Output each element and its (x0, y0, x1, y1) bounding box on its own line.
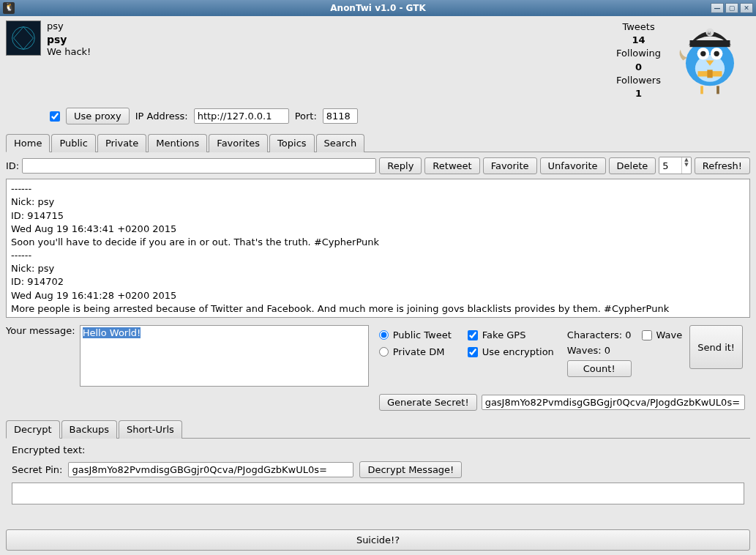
count-spinner[interactable]: ▲ ▼ (659, 157, 691, 174)
tab-home[interactable]: Home (6, 134, 50, 152)
characters-label: Characters: 0 (567, 329, 632, 340)
message-value: Hello World! (83, 327, 141, 338)
profile-bio: We hack! (47, 46, 91, 59)
delete-button[interactable]: Delete (609, 157, 656, 174)
followers-value: 1 (616, 87, 661, 100)
stats-column: Tweets 14 Following 0 Followers 1 (616, 21, 664, 100)
following-value: 0 (616, 61, 661, 74)
decrypt-button[interactable]: Decrypt Message! (359, 461, 462, 478)
id-input[interactable] (22, 158, 376, 174)
tab-topics[interactable]: Topics (269, 134, 314, 152)
public-tweet-label: Public Tweet (393, 329, 452, 340)
use-encryption-checkbox[interactable] (468, 347, 478, 357)
use-proxy-checkbox[interactable] (50, 111, 60, 122)
svg-rect-13 (707, 70, 712, 78)
following-label: Following (616, 47, 661, 60)
compose-stats: Characters: 0 Waves: 0 Count! (564, 325, 635, 381)
feed-textarea[interactable]: ------ Nick: psy ID: 914715 Wed Aug 19 1… (6, 179, 750, 318)
avatar (6, 21, 41, 56)
actions-row: ID: Reply Retweet Favorite Unfavorite De… (6, 157, 750, 174)
content: psy psy We hack! Tweets 14 Following 0 F… (0, 16, 756, 555)
tweets-value: 14 (616, 34, 661, 47)
ip-input[interactable] (194, 108, 289, 124)
reply-button[interactable]: Reply (379, 157, 422, 174)
svg-point-0 (12, 27, 35, 50)
compose-row: Your message: Hello World! Public Tweet … (6, 325, 750, 387)
suicide-button[interactable]: Suicide!? (6, 529, 750, 551)
window: AnonTwi v1.0 - GTK — ▢ ✕ psy psy We hack… (0, 0, 756, 555)
generate-secret-button[interactable]: Generate Secret! (379, 394, 477, 411)
use-proxy-button[interactable]: Use proxy (66, 108, 130, 124)
id-label: ID: (6, 160, 19, 171)
mascot-icon: ☠ (670, 16, 750, 97)
count-button[interactable]: Count! (567, 360, 632, 377)
options-group: Fake GPS Use encryption (462, 325, 560, 362)
encrypted-text-output[interactable] (12, 483, 744, 504)
secret-pin-label: Secret Pin: (12, 464, 62, 475)
refresh-button[interactable]: Refresh! (695, 157, 750, 174)
profile-handle: psy (47, 21, 91, 33)
titlebar: AnonTwi v1.0 - GTK — ▢ ✕ (0, 0, 756, 16)
decrypt-panel: Encrypted text: Secret Pin: Decrypt Mess… (6, 439, 750, 510)
proxy-row: Use proxy IP Address: Port: (50, 108, 750, 124)
tweets-label: Tweets (616, 21, 661, 34)
spinner-down[interactable]: ▼ (682, 163, 690, 168)
encrypted-text-label: Encrypted text: (12, 444, 85, 455)
wave-column: Wave (639, 325, 686, 345)
private-dm-radio[interactable] (379, 347, 389, 357)
ip-label: IP Address: (135, 111, 188, 122)
tab-mentions[interactable]: Mentions (148, 134, 207, 152)
tab-backups[interactable]: Backups (61, 420, 117, 439)
tab-private[interactable]: Private (97, 134, 146, 152)
secret-input[interactable] (482, 395, 745, 410)
profile-text: psy psy We hack! (47, 21, 91, 59)
private-dm-label: Private DM (393, 346, 445, 357)
tab-decrypt[interactable]: Decrypt (6, 420, 60, 439)
count-value[interactable] (659, 157, 681, 174)
your-message-label: Your message: (6, 325, 75, 336)
public-tweet-radio[interactable] (379, 330, 389, 340)
use-encryption-label: Use encryption (482, 346, 554, 357)
svg-point-10 (714, 51, 719, 56)
tab-search[interactable]: Search (316, 134, 365, 152)
retweet-button[interactable]: Retweet (424, 157, 479, 174)
tab-shorturls[interactable]: Short-Urls (119, 420, 182, 439)
favorite-button[interactable]: Favorite (483, 157, 537, 174)
secondary-tabstrip: Decrypt Backups Short-Urls (6, 420, 750, 439)
svg-text:☠: ☠ (706, 30, 711, 37)
svg-rect-4 (690, 40, 730, 47)
port-input[interactable] (323, 108, 358, 124)
send-button[interactable]: Send it! (689, 325, 743, 369)
header-row: psy psy We hack! Tweets 14 Following 0 F… (6, 21, 750, 100)
fake-gps-checkbox[interactable] (468, 330, 478, 340)
svg-marker-1 (14, 27, 34, 50)
svg-point-9 (700, 51, 706, 56)
tab-favorites[interactable]: Favorites (209, 134, 268, 152)
port-label: Port: (295, 111, 317, 122)
waves-label: Waves: 0 (567, 345, 632, 356)
profile-name: psy (47, 33, 91, 46)
unfavorite-button[interactable]: Unfavorite (540, 157, 606, 174)
main-tabstrip: Home Public Private Mentions Favorites T… (6, 133, 750, 152)
tab-public[interactable]: Public (51, 134, 95, 152)
window-title: AnonTwi v1.0 - GTK (0, 3, 756, 13)
tweet-type-group: Public Tweet Private DM (373, 325, 457, 362)
wave-checkbox[interactable] (642, 330, 652, 340)
fake-gps-label: Fake GPS (482, 329, 526, 340)
wave-label: Wave (656, 329, 683, 340)
secret-row: Generate Secret! (379, 394, 750, 411)
message-input[interactable]: Hello World! (80, 325, 369, 387)
followers-label: Followers (616, 74, 661, 87)
secret-pin-input[interactable] (68, 462, 353, 477)
